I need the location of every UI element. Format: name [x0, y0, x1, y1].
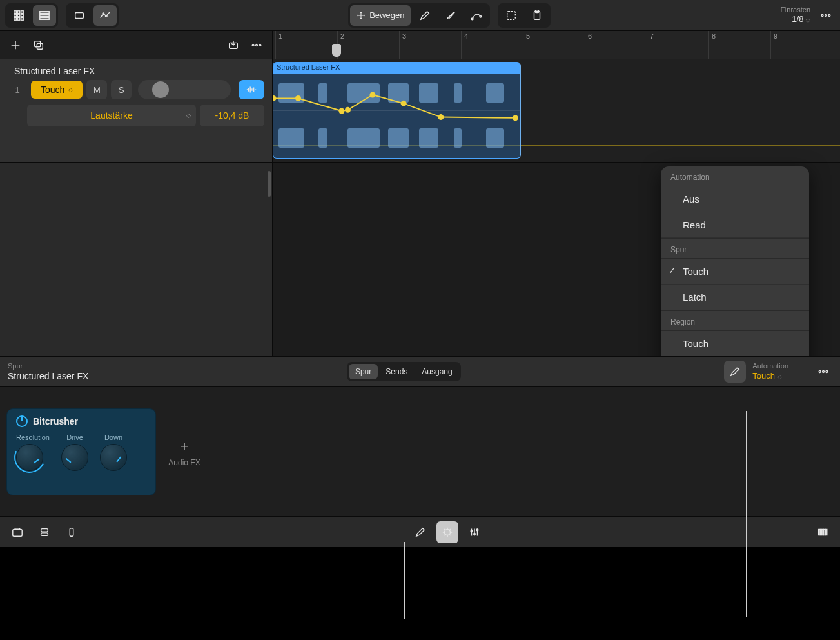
smart-controls-button[interactable]: [436, 521, 458, 543]
list-view-button[interactable]: [33, 5, 56, 26]
plugin-strip: Bitcrusher Resolution Drive Down ＋ Audio…: [0, 387, 840, 516]
seg-ausgang[interactable]: Ausgang: [415, 364, 458, 379]
edit-mode-button[interactable]: [409, 521, 431, 543]
automation-parameter-label: Lautstärke: [90, 110, 132, 121]
view-mode-group: [5, 3, 58, 28]
svg-point-37: [819, 371, 821, 373]
brush-tool-button[interactable]: [439, 5, 462, 26]
popup-section-automation: Automation: [661, 166, 809, 186]
automation-mode-button-track[interactable]: Touch ◇: [31, 81, 83, 99]
playhead-line: [337, 59, 337, 356]
svg-point-21: [825, 14, 827, 16]
inspector-more-button[interactable]: [814, 363, 832, 381]
inspector-spur-label: Spur: [8, 361, 88, 370]
track-lane[interactable]: Structured Laser FX: [273, 59, 840, 163]
region-mode-button[interactable]: [68, 5, 91, 26]
popup-item-latch-track[interactable]: Latch: [661, 285, 809, 310]
pencil-tool-button[interactable]: [413, 5, 436, 26]
plus-icon: ＋: [165, 436, 204, 455]
svg-point-39: [826, 371, 828, 373]
grid-view-button[interactable]: [7, 5, 30, 26]
ruler-tick: 9: [770, 31, 780, 59]
ruler-tick: 5: [523, 31, 532, 59]
inspector-track-name: Structured Laser FX: [8, 370, 88, 382]
svg-point-22: [828, 14, 830, 16]
inspector-edit-button[interactable]: [724, 361, 746, 383]
svg-rect-49: [820, 529, 821, 535]
knob-drive[interactable]: [61, 444, 88, 471]
track-more-button[interactable]: [248, 36, 266, 54]
library-button[interactable]: [6, 521, 28, 543]
solo-button[interactable]: S: [111, 80, 132, 99]
remote-button[interactable]: [61, 521, 83, 543]
popup-item-off[interactable]: Aus: [661, 186, 809, 212]
bottom-toolbar: [0, 516, 840, 547]
plugin-name: Bitcrusher: [33, 416, 78, 426]
inspector-track-info: Spur Structured Laser FX: [8, 361, 88, 382]
keyboard-button[interactable]: [812, 521, 834, 543]
track-list-toolbar: [0, 31, 272, 59]
track-area-resize-handle[interactable]: [268, 171, 271, 197]
volume-thumb[interactable]: [152, 81, 169, 98]
svg-rect-9: [40, 11, 49, 13]
popup-item-touch-track[interactable]: Touch: [661, 259, 809, 285]
knob-down[interactable]: [100, 444, 127, 471]
svg-rect-3: [14, 14, 17, 17]
add-track-button[interactable]: [6, 36, 24, 54]
add-fx-label: Audio FX: [165, 458, 204, 467]
knob-resolution[interactable]: [16, 444, 43, 471]
ruler-tick: 7: [647, 31, 656, 59]
svg-rect-42: [41, 532, 48, 535]
popup-item-read[interactable]: Read: [661, 212, 809, 238]
svg-rect-50: [822, 529, 823, 535]
svg-rect-2: [21, 10, 24, 13]
svg-rect-6: [14, 17, 17, 20]
popup-item-touch-region[interactable]: Touch: [661, 331, 809, 356]
inspector-automation-info[interactable]: Automation Touch ◇: [752, 361, 788, 381]
snap-display[interactable]: Einrasten 1/8 ◇: [781, 6, 810, 25]
import-button[interactable]: [224, 36, 242, 54]
tool-group-select: [498, 3, 551, 28]
ruler[interactable]: 123456789: [273, 31, 840, 59]
duplicate-track-button[interactable]: [30, 36, 48, 54]
knob-label-down: Down: [100, 434, 127, 441]
svg-rect-1: [17, 10, 20, 13]
automation-mode-popup: Automation Aus Read Spur Touch Latch Reg…: [661, 166, 809, 356]
svg-point-16: [480, 15, 482, 17]
svg-point-15: [472, 18, 474, 20]
automation-parameter-select[interactable]: Lautstärke ◇: [27, 105, 196, 126]
automation-mode-label: Touch: [41, 85, 64, 95]
seg-spur[interactable]: Spur: [349, 364, 378, 379]
audio-region[interactable]: Structured Laser FX: [273, 62, 521, 159]
more-menu-top[interactable]: [817, 6, 835, 25]
svg-rect-4: [17, 14, 20, 17]
playhead-marker[interactable]: [332, 44, 341, 57]
svg-rect-40: [13, 529, 22, 536]
track-icon-button[interactable]: [239, 80, 264, 99]
svg-rect-0: [14, 10, 17, 13]
svg-rect-17: [507, 11, 516, 19]
knob-label-resolution: Resolution: [16, 434, 50, 441]
timeline[interactable]: 123456789 Structured Laser FX Automation…: [273, 31, 840, 356]
svg-rect-5: [21, 14, 24, 17]
eq-button[interactable]: [464, 521, 485, 543]
plugin-card-bitcrusher[interactable]: Bitcrusher Resolution Drive Down: [6, 408, 156, 495]
seg-sends[interactable]: Sends: [379, 364, 414, 379]
plugin-power-icon[interactable]: [16, 415, 28, 427]
tool-group-main: Bewegen: [348, 3, 490, 28]
clipboard-tool-button[interactable]: [525, 5, 549, 26]
mute-button[interactable]: M: [86, 80, 107, 99]
ruler-tick: 1: [275, 31, 285, 59]
snap-value: 1/8: [792, 14, 803, 24]
marquee-tool-button[interactable]: [500, 5, 523, 26]
callout-line-1: [404, 542, 405, 619]
add-audio-fx-button[interactable]: ＋ Audio FX: [165, 436, 204, 467]
mixer-button[interactable]: [34, 521, 55, 543]
automation-mode-button[interactable]: [93, 5, 117, 26]
ruler-tick: 4: [461, 31, 471, 59]
top-toolbar: Bewegen Einrasten 1/8 ◇: [0, 0, 840, 31]
main-area: Structured Laser FX 1 Touch ◇ M S Lautst…: [0, 31, 840, 356]
volume-slider[interactable]: [138, 80, 231, 99]
move-tool-button[interactable]: Bewegen: [350, 5, 411, 26]
curve-tool-button[interactable]: [465, 5, 488, 26]
